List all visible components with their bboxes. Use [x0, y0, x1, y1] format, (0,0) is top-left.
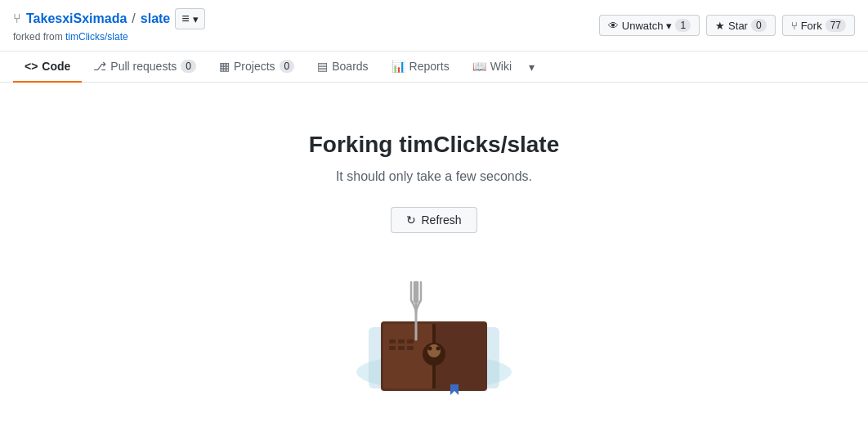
svg-point-9	[436, 347, 441, 351]
svg-rect-11	[398, 339, 405, 343]
svg-marker-16	[450, 384, 459, 395]
header-actions: 👁 Unwatch ▾ 1 ★ Star 0 ⑂ Fork 77	[599, 15, 855, 36]
tab-reports[interactable]: 📊 Reports	[380, 52, 461, 83]
forked-source-link[interactable]: timClicks/slate	[65, 31, 128, 43]
fork-title: Forking timClicks/slate	[309, 132, 560, 158]
svg-rect-15	[407, 346, 414, 350]
fork-button[interactable]: ⑂ Fork 77	[782, 15, 855, 36]
list-icon: ≡	[181, 11, 189, 26]
repo-slash: /	[132, 11, 135, 26]
fork-subtitle: It should only take a few seconds.	[336, 169, 532, 184]
fork-btn-icon: ⑂	[791, 20, 798, 32]
tab-boards[interactable]: ▤ Boards	[306, 52, 379, 83]
star-button[interactable]: ★ Star 0	[706, 15, 776, 36]
tab-projects[interactable]: ▦ Projects 0	[208, 52, 306, 83]
svg-rect-12	[407, 339, 414, 343]
eye-icon: 👁	[608, 20, 619, 32]
tab-code[interactable]: <> Code	[13, 52, 82, 83]
svg-rect-10	[389, 339, 396, 343]
unwatch-dropdown-icon: ▾	[666, 20, 672, 32]
svg-rect-13	[389, 346, 396, 350]
pull-request-icon: ⎇	[93, 60, 106, 73]
star-count: 0	[751, 19, 767, 32]
repo-owner-link[interactable]: TakesxiSximada	[26, 11, 127, 26]
svg-point-7	[427, 344, 441, 357]
wiki-icon: 📖	[472, 60, 486, 73]
pull-requests-count: 0	[181, 60, 196, 73]
main-content: Forking timClicks/slate It should only t…	[0, 83, 868, 429]
fork-svg	[344, 258, 524, 397]
repo-name-link[interactable]: slate	[141, 11, 170, 26]
refresh-icon: ↻	[406, 213, 416, 227]
fork-count: 77	[825, 19, 846, 32]
unwatch-count: 1	[675, 19, 691, 32]
tab-pull-requests[interactable]: ⎇ Pull requests 0	[82, 52, 208, 83]
more-chevron-icon: ▾	[529, 61, 535, 74]
tabs-bar: <> Code ⎇ Pull requests 0 ▦ Projects 0 ▤…	[0, 52, 868, 83]
code-icon: <>	[25, 60, 38, 73]
boards-icon: ▤	[317, 60, 328, 73]
star-icon: ★	[715, 20, 725, 32]
tabs-more-button[interactable]: ▾	[523, 53, 540, 81]
unwatch-button[interactable]: 👁 Unwatch ▾ 1	[599, 15, 700, 36]
projects-count: 0	[280, 60, 295, 73]
reports-icon: 📊	[391, 60, 405, 73]
fork-illustration	[344, 258, 524, 397]
fork-icon: ⑂	[13, 11, 21, 26]
repo-options-button[interactable]: ≡ ▾	[175, 8, 204, 29]
svg-point-8	[428, 347, 432, 351]
refresh-button[interactable]: ↻ Refresh	[391, 207, 477, 233]
svg-rect-14	[398, 346, 405, 350]
forked-from: forked from timClicks/slate	[13, 31, 205, 43]
tab-wiki[interactable]: 📖 Wiki	[461, 52, 523, 83]
projects-icon: ▦	[219, 60, 230, 73]
dropdown-chevron: ▾	[193, 13, 199, 25]
